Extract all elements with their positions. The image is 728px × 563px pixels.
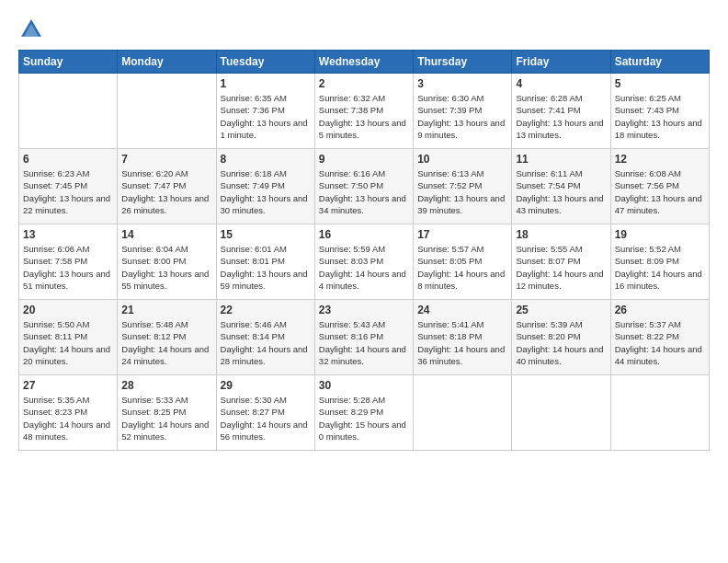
day-number: 30 [319,379,409,392]
weekday-header-tuesday: Tuesday [216,51,314,74]
calendar-cell: 20Sunrise: 5:50 AM Sunset: 8:11 PM Dayli… [19,300,118,375]
day-info: Sunrise: 5:52 AM Sunset: 8:09 PM Dayligh… [615,243,705,292]
day-number: 7 [121,153,211,166]
day-info: Sunrise: 6:25 AM Sunset: 7:43 PM Dayligh… [615,92,705,141]
logo [18,17,48,42]
weekday-header-monday: Monday [118,51,216,74]
day-number: 18 [516,228,606,241]
weekday-header-saturday: Saturday [610,51,709,74]
day-info: Sunrise: 6:06 AM Sunset: 7:58 PM Dayligh… [23,243,113,292]
week-row-2: 6Sunrise: 6:23 AM Sunset: 7:45 PM Daylig… [19,149,710,224]
calendar-cell: 29Sunrise: 5:30 AM Sunset: 8:27 PM Dayli… [216,375,314,451]
calendar-cell: 24Sunrise: 5:41 AM Sunset: 8:18 PM Dayli… [414,300,512,375]
calendar-cell [610,375,709,451]
day-info: Sunrise: 5:28 AM Sunset: 8:29 PM Dayligh… [319,394,409,442]
calendar-cell: 25Sunrise: 5:39 AM Sunset: 8:20 PM Dayli… [512,300,610,375]
day-number: 4 [516,77,606,90]
day-info: Sunrise: 5:33 AM Sunset: 8:25 PM Dayligh… [121,394,211,442]
calendar-cell: 26Sunrise: 5:37 AM Sunset: 8:22 PM Dayli… [610,300,709,375]
header [18,17,710,42]
calendar-cell: 15Sunrise: 6:01 AM Sunset: 8:01 PM Dayli… [216,224,314,300]
calendar-cell: 1Sunrise: 6:35 AM Sunset: 7:36 PM Daylig… [216,74,314,149]
day-info: Sunrise: 6:11 AM Sunset: 7:54 PM Dayligh… [516,167,606,216]
calendar-cell [19,74,118,149]
calendar-cell: 11Sunrise: 6:11 AM Sunset: 7:54 PM Dayli… [512,149,610,224]
day-number: 16 [319,228,409,241]
calendar-cell: 3Sunrise: 6:30 AM Sunset: 7:39 PM Daylig… [414,74,512,149]
calendar-cell: 7Sunrise: 6:20 AM Sunset: 7:47 PM Daylig… [118,149,216,224]
day-number: 28 [121,379,211,392]
day-number: 5 [615,77,705,90]
day-info: Sunrise: 6:30 AM Sunset: 7:39 PM Dayligh… [417,92,507,141]
day-info: Sunrise: 5:30 AM Sunset: 8:27 PM Dayligh… [221,394,311,442]
calendar-cell: 8Sunrise: 6:18 AM Sunset: 7:49 PM Daylig… [216,149,314,224]
day-info: Sunrise: 6:13 AM Sunset: 7:52 PM Dayligh… [417,167,507,216]
calendar-cell: 10Sunrise: 6:13 AM Sunset: 7:52 PM Dayli… [414,149,512,224]
day-info: Sunrise: 5:46 AM Sunset: 8:14 PM Dayligh… [221,318,311,367]
day-number: 22 [221,304,311,316]
calendar-cell: 19Sunrise: 5:52 AM Sunset: 8:09 PM Dayli… [610,224,709,300]
calendar-cell: 14Sunrise: 6:04 AM Sunset: 8:00 PM Dayli… [118,224,216,300]
calendar-cell: 22Sunrise: 5:46 AM Sunset: 8:14 PM Dayli… [216,300,314,375]
calendar-cell: 27Sunrise: 5:35 AM Sunset: 8:23 PM Dayli… [19,375,118,451]
day-info: Sunrise: 6:32 AM Sunset: 7:38 PM Dayligh… [319,92,409,141]
day-info: Sunrise: 5:59 AM Sunset: 8:03 PM Dayligh… [319,243,409,292]
day-info: Sunrise: 6:28 AM Sunset: 7:41 PM Dayligh… [516,92,606,141]
day-number: 20 [23,304,113,316]
week-row-4: 20Sunrise: 5:50 AM Sunset: 8:11 PM Dayli… [19,300,710,375]
day-number: 9 [319,153,409,166]
calendar-cell [512,375,610,451]
calendar-cell: 21Sunrise: 5:48 AM Sunset: 8:12 PM Dayli… [118,300,216,375]
day-number: 21 [121,304,211,316]
calendar-cell: 12Sunrise: 6:08 AM Sunset: 7:56 PM Dayli… [610,149,709,224]
weekday-header-sunday: Sunday [19,51,118,74]
day-number: 19 [615,228,705,241]
calendar-cell: 23Sunrise: 5:43 AM Sunset: 8:16 PM Dayli… [314,300,413,375]
calendar-table: SundayMondayTuesdayWednesdayThursdayFrid… [18,50,710,451]
day-number: 10 [417,153,507,166]
day-number: 2 [319,77,409,90]
day-info: Sunrise: 6:16 AM Sunset: 7:50 PM Dayligh… [319,167,409,216]
day-number: 6 [23,153,113,166]
calendar-cell: 30Sunrise: 5:28 AM Sunset: 8:29 PM Dayli… [314,375,413,451]
day-info: Sunrise: 5:41 AM Sunset: 8:18 PM Dayligh… [417,318,507,367]
week-row-3: 13Sunrise: 6:06 AM Sunset: 7:58 PM Dayli… [19,224,710,300]
weekday-header-friday: Friday [512,51,610,74]
day-info: Sunrise: 5:35 AM Sunset: 8:23 PM Dayligh… [23,394,113,442]
calendar-cell: 9Sunrise: 6:16 AM Sunset: 7:50 PM Daylig… [314,149,413,224]
day-number: 12 [615,153,705,166]
calendar-cell: 6Sunrise: 6:23 AM Sunset: 7:45 PM Daylig… [19,149,118,224]
day-number: 3 [417,77,507,90]
calendar-cell: 18Sunrise: 5:55 AM Sunset: 8:07 PM Dayli… [512,224,610,300]
day-info: Sunrise: 6:01 AM Sunset: 8:01 PM Dayligh… [221,243,311,292]
week-row-1: 1Sunrise: 6:35 AM Sunset: 7:36 PM Daylig… [19,74,710,149]
day-number: 26 [615,304,705,316]
calendar-cell: 16Sunrise: 5:59 AM Sunset: 8:03 PM Dayli… [314,224,413,300]
day-number: 15 [221,228,311,241]
day-info: Sunrise: 6:18 AM Sunset: 7:49 PM Dayligh… [221,167,311,216]
day-info: Sunrise: 5:43 AM Sunset: 8:16 PM Dayligh… [319,318,409,367]
calendar-cell: 17Sunrise: 5:57 AM Sunset: 8:05 PM Dayli… [414,224,512,300]
calendar-cell: 2Sunrise: 6:32 AM Sunset: 7:38 PM Daylig… [314,74,413,149]
day-number: 23 [319,304,409,316]
calendar-cell: 4Sunrise: 6:28 AM Sunset: 7:41 PM Daylig… [512,74,610,149]
day-number: 25 [516,304,606,316]
day-number: 24 [417,304,507,316]
day-number: 29 [221,379,311,392]
calendar-cell [118,74,216,149]
day-info: Sunrise: 5:57 AM Sunset: 8:05 PM Dayligh… [417,243,507,292]
day-info: Sunrise: 5:48 AM Sunset: 8:12 PM Dayligh… [121,318,211,367]
page: SundayMondayTuesdayWednesdayThursdayFrid… [0,0,728,563]
day-number: 8 [221,153,311,166]
weekday-header-thursday: Thursday [414,51,512,74]
day-info: Sunrise: 6:23 AM Sunset: 7:45 PM Dayligh… [23,167,113,216]
week-row-5: 27Sunrise: 5:35 AM Sunset: 8:23 PM Dayli… [19,375,710,451]
day-number: 27 [23,379,113,392]
day-number: 17 [417,228,507,241]
day-info: Sunrise: 6:08 AM Sunset: 7:56 PM Dayligh… [615,167,705,216]
day-info: Sunrise: 6:20 AM Sunset: 7:47 PM Dayligh… [121,167,211,216]
day-info: Sunrise: 6:35 AM Sunset: 7:36 PM Dayligh… [221,92,311,141]
day-number: 14 [121,228,211,241]
calendar-cell: 28Sunrise: 5:33 AM Sunset: 8:25 PM Dayli… [118,375,216,451]
day-info: Sunrise: 5:37 AM Sunset: 8:22 PM Dayligh… [615,318,705,367]
